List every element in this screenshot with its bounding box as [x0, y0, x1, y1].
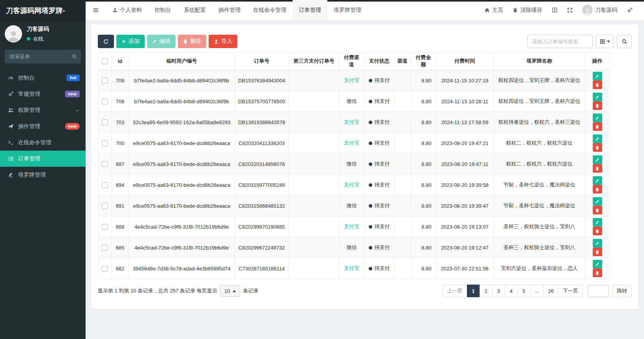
- row-delete-button[interactable]: [593, 185, 602, 194]
- row-checkbox[interactable]: [102, 203, 108, 209]
- page-button-3[interactable]: 3: [492, 285, 505, 297]
- row-delete-button[interactable]: [593, 143, 602, 152]
- cell-id: 700: [112, 133, 129, 154]
- row-delete-button[interactable]: [593, 268, 602, 277]
- nav-tab-system-config[interactable]: 系统配置: [177, 0, 212, 20]
- cell-pay-status: 待支付: [364, 175, 394, 196]
- sidebar-toggle-button[interactable]: [86, 0, 106, 20]
- row-delete-button[interactable]: [593, 248, 602, 256]
- user-menu[interactable]: 刀客源码: [577, 5, 622, 15]
- edit-button[interactable]: 编辑: [147, 35, 175, 48]
- row-checkbox[interactable]: [102, 161, 108, 167]
- cell-pay-time: 2024-11-13 17:58:59: [436, 112, 494, 133]
- column-header[interactable]: Id: [112, 52, 129, 70]
- nav-tab-commands[interactable]: 在线命令管理: [247, 0, 293, 20]
- row-edit-button[interactable]: [593, 218, 602, 227]
- language-button[interactable]: [547, 7, 562, 13]
- row-edit-button[interactable]: [593, 260, 602, 268]
- import-button[interactable]: 导入: [209, 35, 237, 48]
- page-size-dropdown[interactable]: 10: [220, 285, 240, 297]
- row-checkbox[interactable]: [102, 182, 108, 188]
- row-checkbox[interactable]: [102, 266, 108, 272]
- nav-tab-tarot[interactable]: 塔罗牌管理: [327, 0, 368, 20]
- refresh-icon: [103, 39, 109, 45]
- row-delete-button[interactable]: [593, 227, 602, 235]
- row-delete-button[interactable]: [593, 80, 602, 89]
- column-header[interactable]: 付费金额: [411, 52, 436, 70]
- row-checkbox[interactable]: [102, 140, 108, 146]
- refresh-button[interactable]: [98, 35, 114, 48]
- order-search-input[interactable]: [527, 35, 593, 48]
- sidebar-item-orders[interactable]: 订单管理: [0, 151, 86, 167]
- jump-page-input[interactable]: [588, 285, 609, 297]
- add-button[interactable]: 添加: [116, 35, 145, 48]
- column-header[interactable]: 塔罗牌名称: [494, 52, 585, 70]
- trash-icon: [183, 39, 188, 44]
- sidebar-item-tarot[interactable]: 塔罗牌管理: [0, 167, 86, 183]
- sidebar-item-permissions[interactable]: 权限管理: [0, 102, 86, 118]
- column-header[interactable]: 订单号: [235, 52, 289, 70]
- row-delete-button[interactable]: [593, 122, 602, 131]
- row-edit-button[interactable]: [593, 134, 602, 143]
- cell-third-party-no: [289, 175, 339, 196]
- row-edit-button[interactable]: [593, 155, 602, 164]
- nav-tab-profile[interactable]: 个人资料: [106, 0, 148, 20]
- row-delete-button[interactable]: [593, 101, 602, 110]
- column-header[interactable]: 渠道: [394, 52, 411, 70]
- column-header[interactable]: 付费渠道: [339, 52, 364, 70]
- page-button-5[interactable]: 5: [517, 285, 530, 297]
- sidebar-item-commands[interactable]: 在线命令管理: [0, 134, 86, 151]
- column-header[interactable]: 支付状态: [364, 52, 394, 70]
- badge-new: new: [65, 91, 80, 97]
- nav-tab-orders[interactable]: 订单管理: [293, 0, 327, 20]
- row-checkbox[interactable]: [102, 99, 108, 104]
- page-button-26[interactable]: 26: [543, 285, 558, 297]
- sidebar-item-console[interactable]: 控制台hot: [0, 70, 86, 86]
- row-checkbox[interactable]: [102, 119, 108, 125]
- page-button-2[interactable]: 2: [480, 285, 493, 297]
- column-header[interactable]: 第三方支付订单号: [289, 52, 339, 70]
- jump-button[interactable]: 跳转: [612, 285, 632, 297]
- page-button-4[interactable]: 4: [505, 285, 518, 297]
- settings-button[interactable]: [622, 7, 638, 13]
- row-checkbox[interactable]: [102, 245, 108, 251]
- row-edit-button[interactable]: [593, 176, 602, 185]
- search-button[interactable]: [617, 35, 632, 48]
- nav-tab-console[interactable]: 控制台: [148, 0, 177, 20]
- select-all-checkbox[interactable]: [102, 58, 108, 64]
- column-header[interactable]: 临时用户编号: [129, 52, 235, 70]
- sidebar-item-plugins[interactable]: 插件管理new: [0, 118, 86, 134]
- column-header[interactable]: 操作: [585, 52, 610, 70]
- delete-button[interactable]: 删除: [178, 35, 206, 48]
- row-edit-button[interactable]: [593, 197, 602, 206]
- row-edit-button[interactable]: [593, 239, 602, 248]
- cell-order-no: C730287165166114: [235, 258, 289, 279]
- column-header[interactable]: 付费时间: [436, 52, 494, 70]
- cell-tarot-names: 宝剑六逆位，圣杯皇后逆位，恋人: [494, 258, 585, 279]
- fullscreen-button[interactable]: [562, 7, 577, 13]
- clear-cache-button[interactable]: 清除缓存: [508, 7, 547, 14]
- row-edit-button[interactable]: [593, 72, 602, 80]
- sidebar-item-general[interactable]: 常规管理new: [0, 86, 86, 102]
- menu-search-input[interactable]: [5, 50, 81, 63]
- page-button-...[interactable]: ...: [530, 285, 544, 297]
- chevron-down-icon: [75, 108, 80, 113]
- row-checkbox[interactable]: [102, 224, 108, 230]
- row-delete-button[interactable]: [593, 206, 602, 214]
- row-edit-button[interactable]: [593, 93, 602, 101]
- trash-icon: [595, 208, 599, 212]
- row-checkbox[interactable]: [102, 78, 108, 84]
- next-page-button[interactable]: 下一页: [558, 285, 583, 297]
- home-link[interactable]: 主页: [480, 7, 508, 14]
- prev-page-button[interactable]: 上一页: [442, 285, 467, 297]
- status-dot-icon: [369, 162, 372, 166]
- row-edit-button[interactable]: [593, 114, 602, 122]
- cell-tarot-names: 权杖四逆位，宝剑王牌，圣杯六逆位: [494, 91, 585, 112]
- page-button-1[interactable]: 1: [467, 285, 480, 297]
- nav-tab-plugins[interactable]: 插件管理: [212, 0, 247, 20]
- row-delete-button[interactable]: [593, 164, 602, 173]
- columns-dropdown-button[interactable]: [596, 35, 614, 48]
- navbar-right: 主页 清除缓存 刀客源码: [480, 0, 644, 20]
- cell-actions: [585, 196, 610, 216]
- cell-tarot-names: 节制，圣杯七逆位，魔法师逆位: [494, 196, 585, 216]
